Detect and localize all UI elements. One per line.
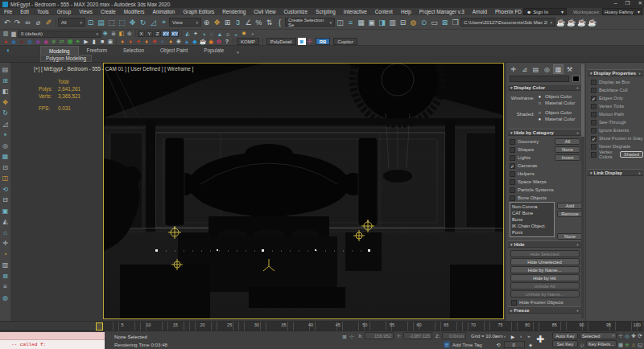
toolbar-icon[interactable]: ✐ (43, 17, 54, 28)
axis-constraint-button[interactable]: Z (154, 31, 161, 37)
playback-button[interactable]: › (517, 332, 525, 340)
remove-button[interactable]: Remove (557, 211, 583, 217)
toolbar-icon[interactable]: ▤ (96, 17, 106, 28)
hide-action-button[interactable]: Unhide All (510, 282, 580, 289)
radio-icon[interactable]: ○ (537, 110, 543, 115)
y-coordinate-field[interactable]: -1387.115 (403, 332, 432, 339)
hide-frozen-checkbox-row[interactable]: Hide Frozen Objects (508, 298, 581, 306)
checkbox[interactable] (591, 144, 597, 150)
flower-plugin-icon[interactable]: ✣ (306, 38, 314, 45)
menu-item[interactable]: Content (371, 9, 397, 14)
toolbar-icon[interactable]: ▣ (366, 17, 377, 28)
checkbox[interactable] (591, 112, 597, 117)
toolbar-icon[interactable]: ↻ (138, 17, 148, 28)
radio-option[interactable]: ○Object Color (537, 110, 575, 115)
sign-in-button[interactable]: ☻ Sign In ▾ (523, 8, 567, 15)
toolbar-icon[interactable]: ◫ (335, 17, 345, 28)
display-property-row[interactable]: Ignore Extents (588, 126, 643, 134)
left-strip-icon[interactable]: ◔ (1, 249, 10, 261)
list-item[interactable]: CAT Bone (512, 210, 552, 216)
plugin-icon[interactable]: ▦ (66, 38, 74, 45)
checkbox[interactable] (510, 179, 515, 185)
toolbar-icon[interactable]: ◍ (408, 17, 419, 28)
left-strip-icon[interactable]: ⊞ (1, 76, 10, 87)
toolbar-icon[interactable]: ▦ (356, 17, 366, 28)
toolbar-icon[interactable]: ∞ (23, 17, 33, 28)
toolbar-icon[interactable]: ⊜ (126, 31, 134, 38)
category-checkbox-row[interactable]: Space Warps (510, 178, 555, 186)
add-time-tag[interactable]: Add Time Tag (452, 343, 482, 347)
left-strip-icon[interactable]: ≡ (1, 281, 10, 293)
polygon-modeling-panel[interactable]: Polygon Modeling (40, 55, 92, 62)
macro-recorder-pane[interactable] (0, 332, 105, 340)
render-teapot-icon[interactable]: ☕ (555, 17, 566, 28)
toolbar-icon[interactable]: ◨ (377, 17, 387, 28)
menu-item[interactable]: Create (97, 9, 120, 14)
viewport-nav-icon[interactable]: ▦ (617, 341, 624, 348)
add-button[interactable]: Add (557, 203, 583, 209)
left-strip-icon[interactable]: ✛ (1, 238, 10, 249)
playback-button[interactable]: » (525, 332, 533, 340)
left-strip-icon[interactable]: ▤ (1, 64, 10, 76)
toolbar-icon[interactable]: ✥ (127, 17, 138, 28)
ribbon-tab[interactable]: Freeform (79, 46, 116, 55)
left-strip-icon[interactable]: ◭ (1, 216, 10, 228)
toolbar-icon[interactable]: ⊟ (398, 17, 408, 28)
command-panel-tab[interactable]: ⊿ (519, 64, 530, 74)
checkbox[interactable] (510, 195, 515, 201)
command-panel-tab[interactable]: ▥ (553, 64, 564, 74)
toolbar-icon[interactable]: ⌂ (224, 31, 232, 38)
left-strip-icon[interactable]: ◿ (1, 119, 10, 130)
plugin-icon[interactable]: ◍ (26, 38, 34, 45)
left-strip-icon[interactable]: ◫ (1, 173, 10, 184)
plugin-icon[interactable]: ✳ (74, 38, 82, 45)
rollout-header[interactable]: ▾Hide+ (508, 240, 581, 248)
key-filter-icon[interactable]: ◇ (579, 340, 585, 348)
camera-viewport-frame[interactable] (103, 63, 504, 319)
key-icon[interactable]: ◈ (526, 340, 535, 348)
ribbon-tab[interactable]: Modeling (40, 46, 79, 55)
set-key-button[interactable]: Set Key (552, 340, 578, 347)
radio-icon[interactable]: ● (537, 94, 543, 99)
vertex-colors-row[interactable]: Vertex Colors Shaded (588, 150, 643, 158)
viewport-nav-icon[interactable]: ✥ (630, 332, 637, 339)
category-checkbox-row[interactable]: Lights (510, 154, 555, 162)
axis-constraint-button[interactable]: X (138, 31, 145, 37)
menu-item[interactable]: Edit (16, 9, 33, 14)
radio-icon[interactable]: ● (537, 117, 543, 121)
playback-button[interactable]: « (493, 332, 501, 340)
display-property-row[interactable]: Backface Cull (588, 86, 643, 94)
left-strip-icon[interactable]: ▣ (1, 206, 10, 217)
phoenix-fd-icon[interactable]: ☕ (199, 38, 207, 45)
hide-action-button[interactable]: Unhide by Name... (510, 290, 580, 298)
layer-dropdown[interactable]: 0 (default)▾ (18, 31, 101, 38)
toolbar-icon[interactable]: ✦ (192, 31, 200, 38)
render-teapot-icon[interactable]: ☕ (566, 17, 576, 28)
command-panel-tab[interactable]: ▤ (530, 64, 541, 74)
toolbar-icon[interactable]: ◧ (118, 31, 126, 38)
menu-item[interactable]: Help (397, 9, 415, 14)
toolbar-icon[interactable]: ❒ (450, 17, 460, 28)
left-strip-icon[interactable]: ↻ (1, 108, 10, 119)
viewport-label[interactable]: [+] [ MrEgypt - Bedroom - 555 - CAM 01 ]… (34, 66, 193, 72)
checkbox[interactable] (591, 104, 597, 109)
toolbar-icon[interactable]: ↷ (12, 17, 23, 28)
komp-button[interactable]: KOMP (237, 38, 259, 45)
plugin-icon[interactable]: ▮ (90, 38, 98, 45)
left-strip-icon[interactable]: ⟲ (1, 184, 10, 195)
list-item[interactable]: Point (512, 229, 552, 236)
toolbar-icon[interactable]: ⬚ (106, 17, 117, 28)
toolbar-icon[interactable]: ◒ (232, 31, 240, 38)
menu-item[interactable]: File (0, 9, 16, 14)
rollout-header[interactable]: ▾Display Color+ (508, 84, 581, 91)
none-button[interactable]: None (555, 146, 580, 153)
toolbar-icon[interactable]: ∠ (243, 17, 254, 28)
radio-icon[interactable]: ○ (537, 101, 543, 105)
menu-item[interactable]: Customize (280, 9, 312, 14)
playback-button[interactable]: ▶ (509, 332, 517, 340)
ribbon-config-icon[interactable]: ◐ (6, 47, 10, 54)
plugin-icon[interactable]: ◉ (42, 38, 50, 45)
radio-option[interactable]: ●Material Color (537, 117, 575, 121)
phoenix-fd-icon[interactable]: ♦ (167, 38, 175, 45)
left-strip-icon[interactable]: ▥ (1, 260, 10, 271)
